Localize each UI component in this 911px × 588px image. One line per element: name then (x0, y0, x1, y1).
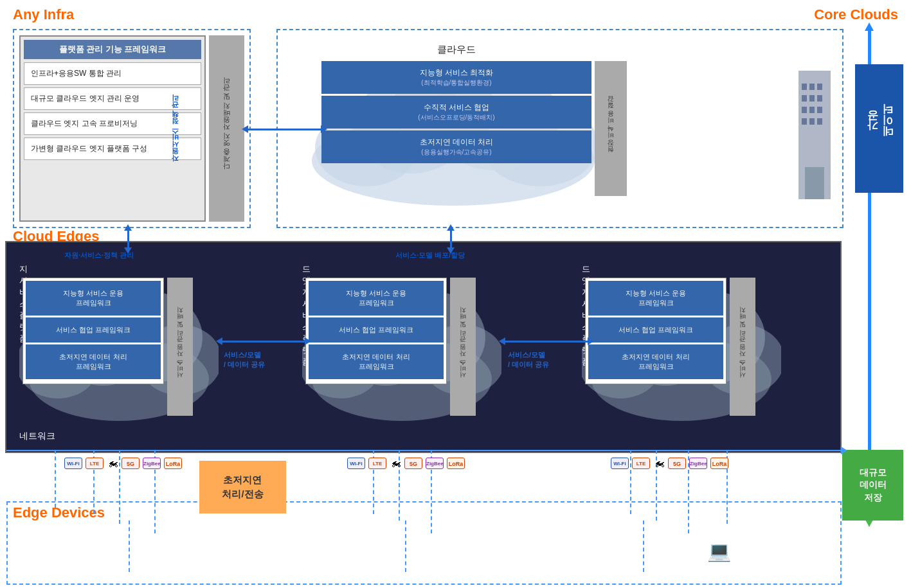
svg-rect-10 (802, 95, 807, 102)
moto-icon-3: 🏍 (654, 458, 665, 469)
core-item-3: 초저지연 데이터 처리 (응용실행가속/고속공유) (321, 130, 591, 163)
resource-service-policy-label: 자원서비스 정책 관리 (170, 100, 179, 167)
svg-rect-17 (809, 118, 815, 125)
resource-policy-below: 자원·서비스·정책 관리 (64, 251, 134, 260)
tech-icons-row-3: Wi-Fi LTE 🏍 5G ZigBee LoRa (611, 458, 730, 469)
processed-data-box: 가공데이터 (855, 64, 903, 193)
big-data-text: 대규모 데이터 저장 (860, 467, 887, 504)
core-item-2: 수직적 서비스 협업 (서비스오프로딩/동적배치) (321, 96, 591, 129)
svg-rect-11 (809, 95, 815, 102)
edge-side-2: 서비스/자원 관리 및 배치 (450, 278, 476, 416)
edge-fw-1-item2: 서비스 협업 프레임워크 (26, 317, 161, 343)
dashed-line-down-2 (405, 521, 406, 572)
wifi-icon-2: Wi-Fi (347, 458, 365, 469)
edge-fw-box-3: 지능형 서비스 운용 프레임워크 서비스 협업 프레임워크 초저지연 데이터 처… (585, 278, 726, 384)
arrow-right-head (321, 125, 327, 133)
arrow-head-l1 (216, 337, 222, 345)
svg-rect-19 (805, 167, 824, 199)
platform-mgmt-title: 플랫폼 관리 기능 프레임워크 (24, 40, 201, 59)
arrow-left-head (242, 125, 248, 133)
fiveg-icon-2: 5G (404, 458, 422, 469)
arrow-head-r1 (305, 337, 311, 345)
svg-rect-7 (802, 84, 807, 90)
edge-devices-line (6, 450, 842, 451)
core-side-text: 현장 비식/비용 절감 (606, 100, 615, 157)
tech-icons-row-2: Wi-Fi LTE 🏍 5G ZigBee LoRa (347, 458, 466, 469)
edge-fw-box-1: 지능형 서비스 운용 프레임워크 서비스 협업 프레임워크 초저지연 데이터 처… (23, 278, 164, 384)
fiveg-icon-3: 5G (668, 458, 686, 469)
platform-side-text: 다계층 엣지 자원배치 및 관리 (222, 82, 231, 175)
dashed-line-down-1 (129, 521, 130, 572)
core-clouds-label: Core Clouds (814, 6, 898, 23)
edge-side-text-2: 서비스/자원 관리 및 배치 (458, 311, 467, 382)
h-arrow-nodes-1-2 (222, 341, 305, 343)
edge-line-arrow (841, 447, 847, 454)
svg-rect-15 (817, 107, 822, 113)
wifi-icon-3: Wi-Fi (611, 458, 629, 469)
laptop-icon: 💻 (707, 540, 731, 562)
lora-icon-2: LoRa (447, 458, 465, 469)
svg-rect-16 (802, 118, 807, 125)
edge-side-3: 서비스/자원 관리 및 배치 (730, 278, 755, 416)
cloud-title: 클라우드 (437, 44, 476, 56)
moto-icon-2: 🏍 (391, 458, 401, 469)
v-arrow-core-up (447, 224, 455, 231)
h-arrow-infra-cloud (248, 129, 321, 130)
svg-rect-9 (817, 84, 822, 90)
building-icon (795, 51, 834, 206)
svg-rect-13 (802, 107, 807, 113)
edge-fw-2-item1: 지능형 서비스 운용 프레임워크 (309, 281, 444, 316)
ultra-low-text: 초저지연 처리/전송 (222, 473, 263, 502)
main-diagram: Any Infra Core Clouds Cloud Edges Edge D… (0, 0, 911, 588)
edge-fw-3-item2: 서비스 협업 프레임워크 (588, 317, 723, 343)
edge-fw-3-item1: 지능형 서비스 운용 프레임워크 (588, 281, 723, 316)
edge-side-text-3: 서비스/자원 관리 및 배치 (738, 311, 747, 382)
v-arrow-head-up (124, 224, 132, 231)
lora-icon-3: LoRa (710, 458, 728, 469)
fiveg-icon-1: 5G (122, 458, 140, 469)
v-arrow-core (450, 230, 452, 248)
arrow-up-head (865, 22, 874, 31)
svg-rect-18 (817, 118, 822, 125)
core-item-1: 지능형 서비스 최적화 (최적학습/통합실행환경) (321, 61, 591, 94)
lte-icon-2: LTE (368, 458, 386, 469)
arrow-head-r2 (588, 337, 594, 345)
svc-model-deploy-label: 서비스·모델 배포/할당 (395, 251, 465, 260)
dashed-line-1d (55, 450, 56, 508)
zigbee-icon-2: ZigBee (426, 458, 444, 469)
any-infra-label: Any Infra (13, 6, 74, 23)
svg-rect-14 (809, 107, 815, 113)
processed-data-text: 가공데이터 (865, 112, 894, 145)
edge-side-1: 서비스/자원 관리 및 배치 (167, 278, 193, 416)
lora-icon-1: LoRa (164, 458, 182, 469)
core-cloud-items: 지능형 서비스 최적화 (최적학습/통합실행환경) 수직적 서비스 협업 (서비… (321, 61, 591, 165)
zigbee-icon-1: ZigBee (143, 458, 161, 469)
edge-fw-1-item1: 지능형 서비스 운용 프레임워크 (26, 281, 161, 316)
platform-side-panel: 다계층 엣지 자원배치 및 관리 (209, 35, 244, 222)
moto-icon-1: 🏍 (108, 458, 118, 469)
edge-fw-3-item3: 초저지연 데이터 처리 프레임워크 (588, 344, 723, 379)
network-label: 네트워크 (19, 431, 55, 442)
ultra-low-box: 초저지연 처리/전송 (199, 461, 286, 513)
platform-item-1: 인프라+응용SW 통합 관리 (24, 62, 201, 85)
share-label-1: 서비스/모델 / 데이터 공유 (224, 350, 265, 370)
lte-icon-1: LTE (86, 458, 104, 469)
edge-fw-2-item3: 초저지연 데이터 처리 프레임워크 (309, 344, 444, 379)
edge-fw-1-item3: 초저지연 데이터 처리 프레임워크 (26, 344, 161, 379)
v-arrow-infra (127, 230, 129, 248)
big-data-box: 대규모 데이터 저장 (842, 450, 903, 521)
share-label-2: 서비스/모델 / 데이터 공유 (508, 350, 549, 370)
core-side-panel: 현장 비식/비용 절감 (595, 61, 627, 196)
svg-rect-8 (809, 84, 815, 90)
dashed-line-down-3 (643, 521, 644, 572)
edge-fw-box-2: 지능형 서비스 운용 프레임워크 서비스 협업 프레임워크 초저지연 데이터 처… (305, 278, 447, 384)
zigbee-icon-3: ZigBee (689, 458, 707, 469)
tech-icons-row-1: Wi-Fi LTE 🏍 5G ZigBee LoRa (64, 458, 183, 469)
wifi-icon-1: Wi-Fi (64, 458, 82, 469)
edge-side-text-1: 서비스/자원 관리 및 배치 (176, 311, 185, 382)
lte-icon-3: LTE (632, 458, 650, 469)
arrow-head-l2 (499, 337, 505, 345)
svg-rect-12 (817, 95, 822, 102)
h-arrow-nodes-2-3 (505, 341, 588, 343)
edge-fw-2-item2: 서비스 협업 프레임워크 (309, 317, 444, 343)
